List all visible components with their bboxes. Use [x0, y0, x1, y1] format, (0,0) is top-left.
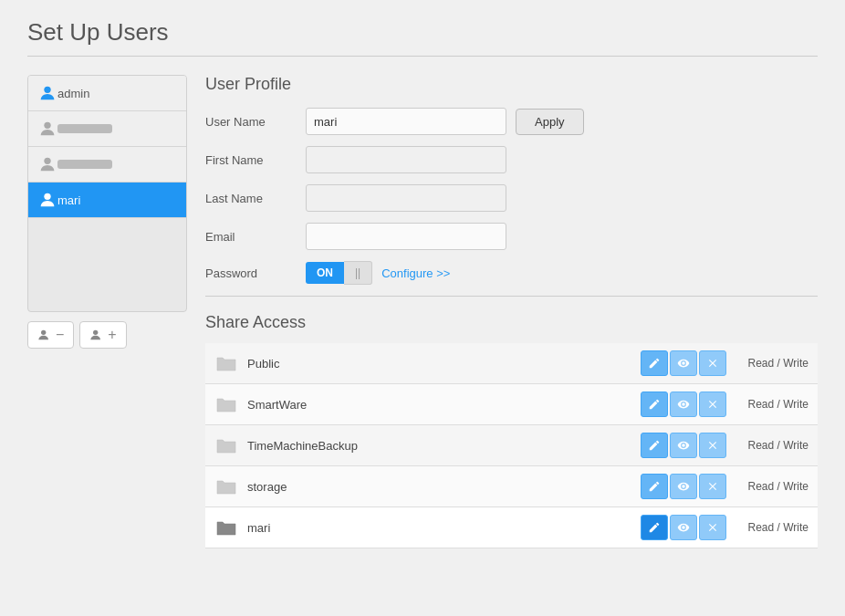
add-user-button[interactable]: +: [79, 321, 126, 349]
view-icon: [677, 521, 690, 534]
close-icon: [706, 480, 719, 493]
share-actions-storage: [641, 474, 726, 499]
share-edit-mari[interactable]: [641, 515, 668, 540]
share-actions-public: [641, 350, 726, 376]
share-row-public: Public Read / Write: [205, 343, 818, 384]
password-row: Password ON || Configure >>: [205, 261, 818, 285]
user-remove-icon: [37, 328, 52, 342]
share-access-section: Share Access Public: [205, 313, 818, 548]
lastname-row: Last Name: [205, 184, 818, 212]
password-on-button[interactable]: ON: [306, 262, 344, 284]
sidebar-item-admin[interactable]: admin: [28, 76, 186, 111]
password-label: Password: [205, 266, 306, 280]
configure-link[interactable]: Configure >>: [381, 266, 450, 280]
sidebar-actions: − +: [27, 321, 187, 349]
lastname-label: Last Name: [205, 192, 306, 205]
sidebar: admin mari: [27, 75, 187, 349]
svg-point-0: [44, 87, 50, 93]
share-remove-timemachine[interactable]: [699, 433, 726, 458]
user-profile-section: User Profile User Name Apply First Name …: [205, 75, 818, 285]
share-row-mari: mari Read / Write: [205, 507, 818, 548]
share-permission-mari: Read / Write: [735, 521, 808, 534]
view-icon: [677, 439, 690, 452]
sidebar-item-user2[interactable]: [28, 111, 186, 147]
share-row-storage: storage Read / Write: [205, 466, 818, 507]
share-permission-public: Read / Write: [735, 357, 808, 370]
share-remove-public[interactable]: [699, 350, 726, 376]
close-icon: [706, 521, 719, 534]
main-layout: admin mari: [27, 75, 818, 548]
share-remove-storage[interactable]: [699, 474, 726, 499]
share-view-smartware[interactable]: [670, 392, 697, 417]
folder-icon-storage: [214, 477, 238, 496]
svg-point-4: [41, 330, 46, 335]
share-view-timemachine[interactable]: [670, 433, 697, 458]
share-name-public: Public: [247, 357, 641, 371]
svg-point-1: [44, 122, 50, 129]
lastname-input[interactable]: [306, 184, 506, 212]
svg-point-2: [44, 158, 50, 164]
sidebar-label-admin: admin: [57, 87, 89, 100]
share-view-storage[interactable]: [670, 474, 697, 499]
share-remove-mari[interactable]: [699, 515, 726, 540]
sidebar-label-mari: mari: [57, 193, 80, 207]
share-remove-smartware[interactable]: [699, 392, 726, 417]
folder-icon-timemachine: [214, 436, 238, 454]
user-icon-user3: [37, 154, 57, 174]
apply-button[interactable]: Apply: [516, 109, 584, 135]
password-off-button[interactable]: ||: [344, 261, 372, 285]
share-name-mari: mari: [247, 521, 641, 535]
firstname-label: First Name: [205, 153, 306, 167]
title-divider: [27, 56, 818, 57]
edit-icon: [648, 398, 661, 411]
share-permission-smartware: Read / Write: [735, 398, 808, 411]
close-icon: [706, 357, 719, 370]
share-actions-smartware: [641, 392, 726, 417]
firstname-row: First Name: [205, 146, 818, 173]
folder-icon-smartware: [214, 395, 238, 413]
close-icon: [706, 439, 719, 452]
svg-point-3: [44, 193, 50, 200]
sidebar-item-mari[interactable]: mari: [28, 183, 186, 218]
share-edit-storage[interactable]: [641, 474, 668, 499]
share-name-timemachine: TimeMachineBackup: [247, 439, 641, 453]
share-permission-storage: Read / Write: [735, 480, 808, 493]
page-title: Set Up Users: [27, 18, 818, 47]
share-row-timemachine: TimeMachineBackup Read / Write: [205, 425, 818, 466]
firstname-input[interactable]: [306, 146, 506, 173]
content-area: User Profile User Name Apply First Name …: [205, 75, 818, 548]
share-edit-smartware[interactable]: [641, 392, 668, 417]
username-row: User Name Apply: [205, 108, 818, 135]
user-profile-title: User Profile: [205, 75, 818, 94]
view-icon: [677, 480, 690, 493]
email-input[interactable]: [306, 223, 506, 250]
edit-icon: [648, 439, 661, 452]
add-icon: +: [108, 327, 116, 343]
share-row-smartware: SmartWare Read / Write: [205, 384, 818, 425]
share-actions-timemachine: [641, 433, 726, 458]
share-name-smartware: SmartWare: [247, 398, 641, 412]
folder-icon-public: [214, 354, 238, 372]
sidebar-blurred-user2: [57, 124, 112, 133]
svg-point-5: [93, 330, 98, 335]
share-edit-public[interactable]: [641, 350, 668, 376]
user-list: admin mari: [27, 75, 187, 312]
remove-user-button[interactable]: −: [27, 321, 74, 349]
share-view-public[interactable]: [670, 350, 697, 376]
username-input[interactable]: [306, 108, 506, 135]
share-edit-timemachine[interactable]: [641, 433, 668, 458]
sidebar-item-user3[interactable]: [28, 147, 186, 183]
share-actions-mari: [641, 515, 726, 540]
view-icon: [677, 357, 690, 370]
close-icon: [706, 398, 719, 411]
username-label: User Name: [205, 115, 306, 129]
password-toggle: ON ||: [306, 261, 372, 285]
share-list: Public Read / Write: [205, 343, 818, 548]
user-add-icon: [89, 328, 104, 342]
sidebar-blurred-user3: [57, 160, 112, 169]
view-icon: [677, 398, 690, 411]
edit-icon: [648, 521, 661, 534]
edit-icon: [648, 480, 661, 493]
share-access-title: Share Access: [205, 313, 818, 332]
share-view-mari[interactable]: [670, 515, 697, 540]
